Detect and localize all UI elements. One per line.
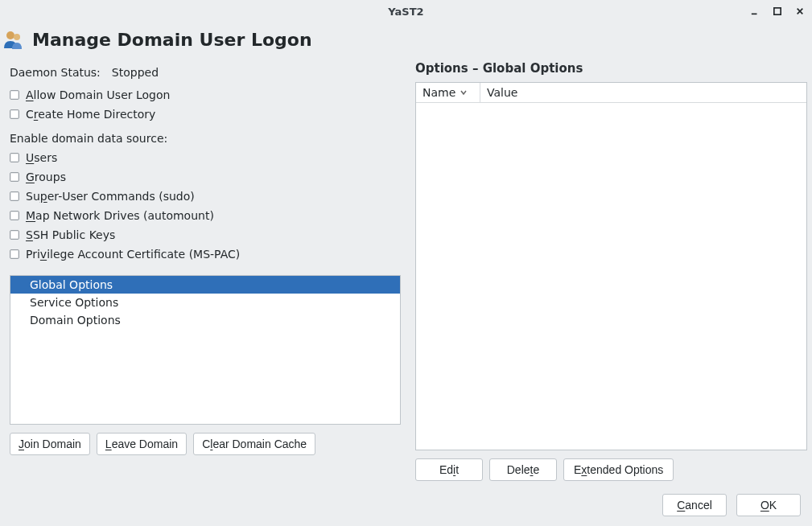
ssh-keys-checkbox[interactable]: SSH Public Keys xyxy=(10,225,401,245)
checkbox-icon xyxy=(10,153,19,162)
options-category-list[interactable]: Global Options Service Options Domain Op… xyxy=(10,275,401,425)
checkbox-icon xyxy=(10,230,19,240)
sudo-checkbox[interactable]: Super-User Commands (sudo) xyxy=(10,187,401,206)
column-header-value[interactable]: Value xyxy=(480,83,806,102)
ok-button[interactable]: OK xyxy=(736,494,801,516)
window-title: YaST2 xyxy=(388,6,423,18)
checkbox-icon xyxy=(10,191,19,201)
enable-source-label: Enable domain data source: xyxy=(10,124,401,148)
create-home-checkbox[interactable]: Create Home Directory xyxy=(10,105,401,124)
users-icon xyxy=(2,27,26,51)
options-table[interactable]: Name Value xyxy=(415,82,807,450)
svg-rect-0 xyxy=(752,14,757,15)
cancel-button[interactable]: Cancel xyxy=(662,494,727,516)
groups-checkbox[interactable]: Groups xyxy=(10,167,401,187)
pac-checkbox[interactable]: Privilege Account Certificate (MS-PAC) xyxy=(10,245,401,264)
checkbox-icon xyxy=(10,211,19,220)
allow-domain-logon-checkbox[interactable]: Allow Domain User Logon xyxy=(10,85,401,105)
checkbox-icon xyxy=(10,172,19,182)
chevron-down-icon xyxy=(460,89,467,96)
join-domain-button[interactable]: Join Domain xyxy=(10,433,90,455)
options-panel-title: Options – Global Options xyxy=(415,61,807,82)
list-item-service[interactable]: Service Options xyxy=(10,294,400,311)
edit-button[interactable]: Edit xyxy=(415,458,483,481)
svg-point-3 xyxy=(14,34,20,40)
checkbox-icon xyxy=(10,90,19,100)
close-icon[interactable] xyxy=(796,7,804,15)
column-header-name[interactable]: Name xyxy=(416,83,480,102)
leave-domain-button[interactable]: Leave Domain xyxy=(97,433,187,455)
svg-point-2 xyxy=(6,31,14,39)
list-item-domain[interactable]: Domain Options xyxy=(10,311,400,329)
clear-cache-button[interactable]: Clear Domain Cache xyxy=(193,433,315,455)
daemon-status: Daemon Status:Stopped xyxy=(10,61,401,85)
options-table-body xyxy=(416,103,806,450)
list-item-global[interactable]: Global Options xyxy=(10,276,400,294)
page-title: Manage Domain User Logon xyxy=(32,30,312,50)
svg-rect-1 xyxy=(774,8,781,14)
delete-button[interactable]: Delete xyxy=(489,458,557,481)
checkbox-icon xyxy=(10,249,19,259)
users-checkbox[interactable]: Users xyxy=(10,148,401,167)
extended-options-button[interactable]: Extended Options xyxy=(563,458,674,481)
map-drives-checkbox[interactable]: Map Network Drives (automount) xyxy=(10,206,401,225)
maximize-icon[interactable] xyxy=(773,7,781,15)
checkbox-icon xyxy=(10,109,19,119)
minimize-icon[interactable] xyxy=(751,7,759,15)
